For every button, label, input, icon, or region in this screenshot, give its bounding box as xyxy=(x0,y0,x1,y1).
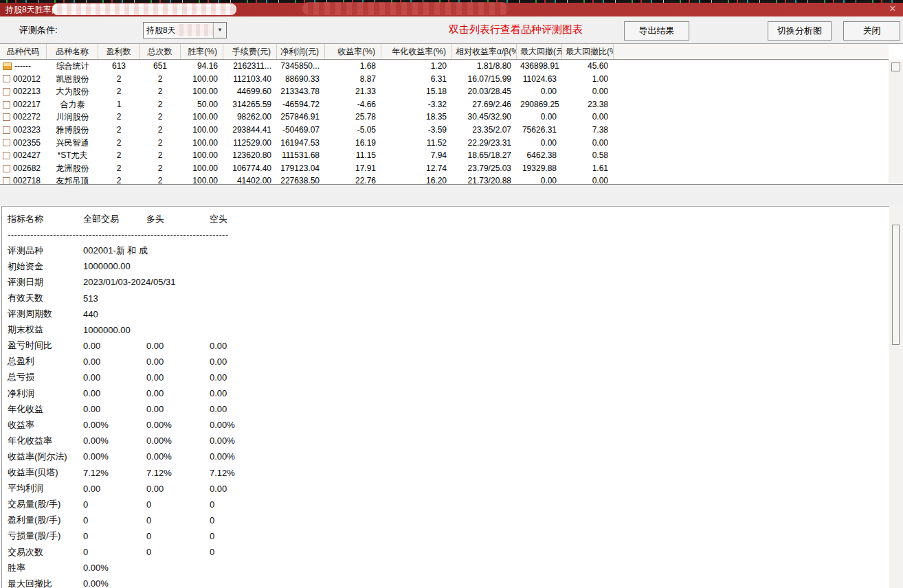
table-cell: 龙洲股份 xyxy=(47,162,98,175)
row-checkbox[interactable] xyxy=(3,152,10,159)
table-row[interactable]: 002355兴民智通22100.00112529.00161947.5316.1… xyxy=(0,137,889,150)
indicator-value: 0 xyxy=(146,531,210,541)
panel-scrollbar-thumb[interactable] xyxy=(892,225,900,345)
table-cell: 1.00 xyxy=(562,73,614,86)
table-cell: 111531.68 xyxy=(277,149,325,162)
column-header[interactable]: 品种代码 xyxy=(0,44,47,59)
indicator-row: 收益率0.00%0.00%0.00% xyxy=(8,417,889,433)
table-cell: 11.15 xyxy=(325,149,381,162)
table-cell: 179123.04 xyxy=(277,162,325,175)
table-cell: 0.00 xyxy=(562,174,614,184)
indicator-value: 0.00 xyxy=(210,341,889,351)
indicator-column-header: 空头 xyxy=(210,213,889,225)
table-cell: 2 xyxy=(98,85,140,98)
indicator-value: 7.12% xyxy=(210,468,889,478)
row-checkbox[interactable] xyxy=(3,75,10,82)
table-row[interactable]: 002718友邦吊顶22100.0041402.00227638.5022.76… xyxy=(0,174,889,184)
table-row[interactable]: 002272川润股份22100.0098262.00257846.9125.78… xyxy=(0,111,889,124)
table-cell: 20.03/28.45 xyxy=(452,85,517,98)
indicator-value: 0.00 xyxy=(83,388,146,398)
indicator-value: 0 xyxy=(146,515,210,525)
table-row[interactable]: ------综合统计61365194.162162311...7345850..… xyxy=(0,60,889,73)
table-cell: 2 xyxy=(98,174,140,184)
indicator-label: 评测日期 xyxy=(8,276,83,289)
row-checkbox[interactable] xyxy=(3,88,10,95)
table-cell: 651 xyxy=(140,60,181,73)
row-checkbox[interactable] xyxy=(3,113,10,121)
table-cell: 雅博股份 xyxy=(47,124,98,137)
indicator-label: 评测周期数 xyxy=(8,308,83,320)
table-cell: 1.61 xyxy=(562,162,614,175)
table-row[interactable]: 002217合力泰1250.00314265.59-46594.72-4.66-… xyxy=(0,98,889,111)
column-header[interactable]: 品种名称 xyxy=(47,44,98,59)
table-cell: 1.81/8.80 xyxy=(452,60,517,73)
table-cell: 0.00 xyxy=(517,174,562,184)
symbol-code: 002718 xyxy=(13,174,41,184)
indicator-label: 期末权益 xyxy=(8,324,83,336)
table-cell: 2 xyxy=(98,124,140,137)
indicator-row: 期末权益1000000.00 xyxy=(8,322,889,338)
table-row[interactable]: 002213大为股份22100.0044699.60213343.7821.33… xyxy=(0,85,889,98)
indicator-value: 0 xyxy=(146,499,210,510)
row-checkbox[interactable] xyxy=(3,101,10,109)
indicator-row: 亏损量(股/手)000 xyxy=(8,528,889,544)
table-cell: 23.35/2.07 xyxy=(452,124,517,137)
column-header[interactable]: 胜率(%) xyxy=(181,44,223,59)
close-icon[interactable]: ✕ xyxy=(887,3,899,15)
table-row[interactable]: 002012凯恩股份22100.00112103.4088690.338.876… xyxy=(0,73,889,86)
indicator-value: 0.00% xyxy=(210,436,889,446)
double-click-hint: 双击列表行查看品种评测图表 xyxy=(449,23,583,36)
column-header[interactable]: 手续费(元) xyxy=(223,44,277,59)
panel-scrollbar[interactable] xyxy=(889,206,903,588)
column-header[interactable]: 盈利数 xyxy=(98,44,140,59)
indicator-divider: ----------------------------------------… xyxy=(8,227,889,242)
table-cell: 002213 xyxy=(0,85,47,98)
close-button[interactable]: 关闭 xyxy=(843,21,900,41)
table-cell-filler xyxy=(614,60,889,73)
column-header[interactable]: 最大回撤比(%) xyxy=(562,44,614,59)
indicator-value: 0 xyxy=(83,499,146,510)
title-redaction-blob xyxy=(52,3,236,15)
column-header[interactable]: 收益率(%) xyxy=(325,44,381,59)
column-header[interactable]: 总次数 xyxy=(140,44,181,59)
indicator-value: 0.00 xyxy=(146,388,210,398)
column-header[interactable]: 净利润(元) xyxy=(277,44,325,59)
table-row[interactable]: 002682龙洲股份22100.00106774.40179123.0417.9… xyxy=(0,162,889,175)
table-cell: 100.00 xyxy=(181,174,223,184)
chevron-down-icon[interactable]: ▼ xyxy=(213,23,226,38)
row-checkbox[interactable] xyxy=(3,177,10,184)
switch-analysis-button[interactable]: 切换分析图 xyxy=(768,21,832,41)
indicator-value: 0 xyxy=(210,531,889,541)
table-cell: 16.07/15.99 xyxy=(452,73,517,86)
titlebar[interactable]: 持股8天胜率高、 ✕ xyxy=(0,0,903,16)
column-header[interactable]: 相对收益率α/β(%) xyxy=(452,44,517,59)
column-header-filler xyxy=(614,44,889,59)
indicator-label: 总盈利 xyxy=(8,355,83,368)
table-cell: 15.18 xyxy=(381,85,452,98)
row-checkbox[interactable] xyxy=(3,126,10,134)
table-cell: 112529.00 xyxy=(223,137,277,150)
column-header[interactable]: 最大回撤(元) xyxy=(517,44,562,59)
table-cell: 2162311... xyxy=(223,60,277,73)
indicator-value: 0 xyxy=(210,499,889,510)
indicator-label: 总亏损 xyxy=(8,371,83,383)
table-row[interactable]: 002427*ST尤夫22100.00123620.80111531.6811.… xyxy=(0,149,889,162)
column-header[interactable]: 年化收益率(%) xyxy=(381,44,452,59)
export-results-button[interactable]: 导出结果 xyxy=(624,21,689,41)
table-scrollbar[interactable] xyxy=(889,60,903,183)
table-scrollbar-thumb[interactable] xyxy=(891,63,900,71)
indicator-row: 年化收益率0.00%0.00%0.00% xyxy=(8,433,889,449)
table-cell: 23.79/25.03 xyxy=(452,162,517,175)
row-checkbox[interactable] xyxy=(3,139,10,146)
row-checkbox[interactable] xyxy=(3,165,10,172)
table-cell: 44699.60 xyxy=(223,85,277,98)
table-cell: 大为股份 xyxy=(47,85,98,98)
indicator-label: 年化收益 xyxy=(8,403,83,416)
symbol-code: ------ xyxy=(14,60,31,73)
table-cell: 7345850... xyxy=(277,60,325,73)
symbol-code: 002682 xyxy=(13,162,41,175)
indicator-label: 平均利润 xyxy=(8,482,83,495)
table-row[interactable]: 002323雅博股份22100.00293844.41-50469.07-5.0… xyxy=(0,124,889,137)
condition-dropdown[interactable]: 持股8天胜率高、 ▼ xyxy=(143,22,227,38)
table-cell: -3.59 xyxy=(381,124,452,137)
